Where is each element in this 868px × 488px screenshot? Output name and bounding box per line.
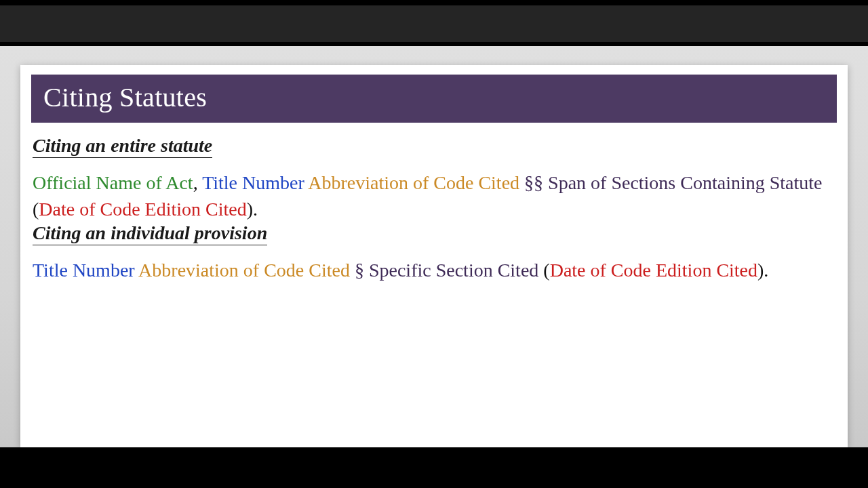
part-specific-section: Specific Section Cited	[369, 260, 538, 281]
section-individual-provision: Citing an individual provision Title Num…	[33, 222, 834, 284]
part-official-name: Official Name of Act	[33, 172, 193, 193]
part-close-paren: ).	[757, 260, 768, 281]
slide-content: Citing an entire statute Official Name o…	[31, 123, 837, 284]
formula-individual-provision: Title Number Abbreviation of Code Cited …	[33, 258, 834, 284]
part-section-symbol: §	[355, 260, 369, 281]
part-abbreviation: Abbreviation of Code Cited	[138, 260, 350, 281]
part-sections-symbol: §§	[524, 172, 548, 193]
part-span-sections: Span of Sections Containing Statute	[548, 172, 822, 193]
top-dark-bar	[0, 5, 868, 42]
section-entire-statute: Citing an entire statute Official Name o…	[33, 135, 834, 222]
stage-background: Citing Statutes Citing an entire statute…	[0, 46, 868, 447]
subheading-individual-provision: Citing an individual provision	[33, 222, 267, 245]
part-date-edition: Date of Code Edition Cited	[39, 199, 246, 220]
part-close-paren: ).	[247, 199, 258, 220]
formula-entire-statute: Official Name of Act, Title Number Abbre…	[33, 170, 834, 222]
part-title-number: Title Number	[202, 172, 304, 193]
part-comma: ,	[193, 172, 203, 193]
slide-title-banner: Citing Statutes	[31, 75, 837, 123]
subheading-entire-statute: Citing an entire statute	[33, 135, 212, 158]
letterbox-bottom	[0, 447, 868, 488]
slide-title: Citing Statutes	[43, 81, 825, 113]
letterbox-top	[0, 0, 868, 46]
part-title-number: Title Number	[33, 260, 135, 281]
part-open-paren: (	[33, 199, 39, 220]
part-abbreviation: Abbreviation of Code Cited	[308, 172, 519, 193]
slide-card: Citing Statutes Citing an entire statute…	[20, 65, 848, 447]
part-space	[519, 172, 524, 193]
part-open-paren: (	[543, 260, 549, 281]
part-date-edition: Date of Code Edition Cited	[550, 260, 757, 281]
part-space	[350, 260, 355, 281]
